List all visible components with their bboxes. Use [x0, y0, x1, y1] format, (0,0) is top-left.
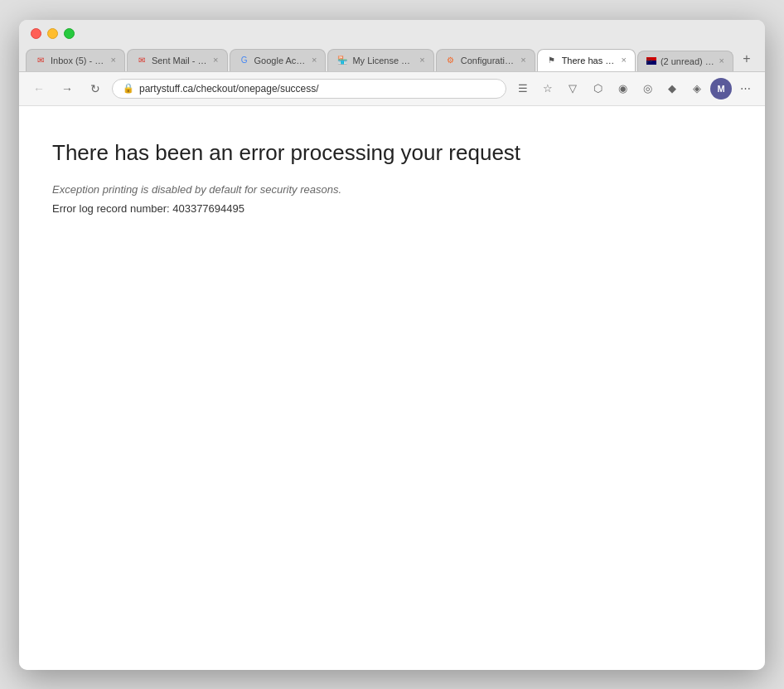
tab-label-unread: (2 unread) -...	[661, 56, 715, 66]
tabs-bar: ✉Inbox (5) - b...×✉Sent Mail - c...×GGoo…	[19, 47, 765, 71]
tab-label-license: My License M...	[352, 56, 415, 66]
tab-favicon-sent: ✉	[136, 55, 148, 66]
tab-config[interactable]: ⚙Configuratio...×	[436, 49, 535, 71]
bookmark-button[interactable]: ☆	[536, 77, 559, 100]
tab-favicon-error: ⚑	[546, 55, 558, 66]
icon2-button[interactable]: ◎	[636, 77, 659, 100]
close-button[interactable]	[31, 28, 41, 39]
icon4-button[interactable]: ◈	[685, 77, 709, 100]
forward-button[interactable]: →	[56, 77, 79, 100]
tab-close-google[interactable]: ×	[312, 56, 317, 65]
tab-label-error: There has b...	[562, 56, 617, 66]
icon1-button[interactable]: ◉	[611, 77, 634, 100]
more-options-button[interactable]: ⋯	[733, 77, 757, 100]
tab-close-inbox[interactable]: ×	[110, 56, 115, 65]
tab-close-license[interactable]: ×	[419, 56, 424, 65]
error-heading: There has been an error processing your …	[52, 139, 732, 167]
tab-label-google: Google Acc...	[254, 56, 307, 66]
icon3-button[interactable]: ◆	[661, 77, 684, 100]
address-bar[interactable]: 🔒 partystuff.ca/checkout/onepage/success…	[112, 79, 506, 99]
tab-close-unread[interactable]: ×	[719, 56, 724, 66]
filter-button[interactable]: ▽	[561, 77, 584, 100]
tab-close-error[interactable]: ×	[621, 56, 626, 65]
back-button[interactable]: ←	[27, 77, 51, 100]
minimize-button[interactable]	[47, 28, 58, 39]
tab-favicon-inbox: ✉	[35, 55, 46, 66]
tab-license[interactable]: 🏪My License M...×	[327, 49, 433, 71]
profile-button[interactable]: M	[710, 78, 732, 99]
lock-icon: 🔒	[123, 83, 134, 94]
tab-google[interactable]: GGoogle Acc...×	[230, 49, 327, 71]
tab-favicon-license: 🏪	[336, 55, 348, 66]
nav-bar: ← → ↻ 🔒 partystuff.ca/checkout/onepage/s…	[19, 72, 765, 106]
tab-close-sent[interactable]: ×	[213, 56, 218, 65]
exception-text: Exception printing is disabled by defaul…	[52, 183, 732, 196]
tab-label-sent: Sent Mail - c...	[152, 56, 209, 66]
tab-close-config[interactable]: ×	[520, 56, 525, 65]
tab-label-inbox: Inbox (5) - b...	[51, 56, 106, 66]
title-bar: ✉Inbox (5) - b...×✉Sent Mail - c...×GGoo…	[19, 20, 765, 72]
tab-sent[interactable]: ✉Sent Mail - c...×	[127, 49, 228, 71]
browser-window: ✉Inbox (5) - b...×✉Sent Mail - c...×GGoo…	[19, 20, 765, 670]
page-content: There has been an error processing your …	[19, 106, 765, 670]
url-text: partystuff.ca/checkout/onepage/success/	[139, 83, 496, 95]
tab-favicon-config: ⚙	[445, 55, 457, 66]
new-tab-button[interactable]: +	[735, 47, 758, 70]
tab-unread[interactable]: 🏳(2 unread) -...×	[637, 51, 733, 71]
tab-error[interactable]: ⚑There has b...×	[537, 49, 636, 71]
nav-actions: ☰ ☆ ▽ ⬡ ◉ ◎ ◆ ◈ M ⋯	[511, 77, 757, 100]
tab-label-config: Configuratio...	[461, 56, 516, 66]
reload-button[interactable]: ↻	[84, 77, 107, 100]
error-log-number: Error log record number: 403377694495	[52, 202, 732, 215]
tab-favicon-unread: 🏳	[646, 57, 656, 65]
extensions-button[interactable]: ⬡	[586, 77, 609, 100]
tab-inbox[interactable]: ✉Inbox (5) - b...×	[26, 49, 125, 71]
window-controls	[19, 28, 765, 47]
maximize-button[interactable]	[64, 28, 75, 39]
reader-view-button[interactable]: ☰	[511, 77, 535, 100]
tab-favicon-google: G	[239, 55, 250, 66]
